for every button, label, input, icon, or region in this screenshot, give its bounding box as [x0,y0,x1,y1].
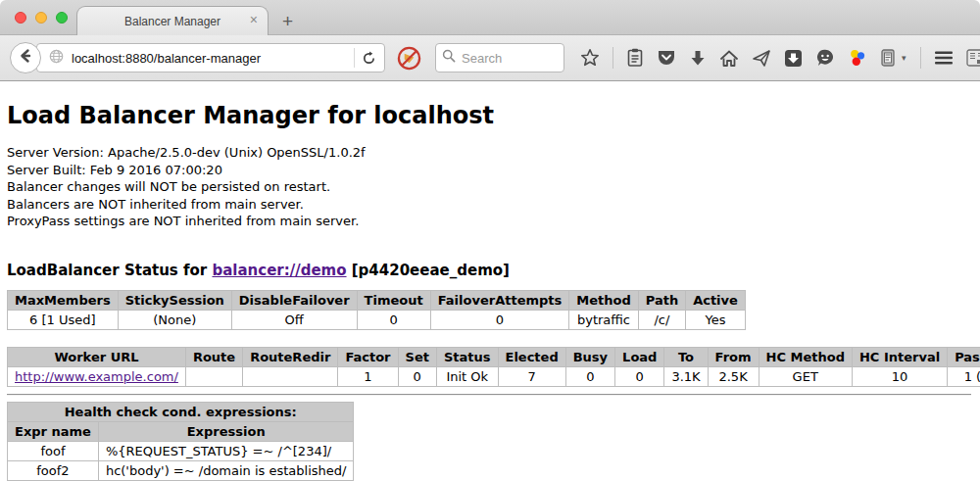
worker-url-link[interactable]: http://www.example.com/ [15,369,178,384]
persist-notice-line: Balancer changes will NOT be persisted o… [7,178,972,196]
cell-path: /c/ [638,310,685,329]
url-domain: localhost [72,51,122,66]
tab-bar: Balancer Manager × + [0,0,980,35]
navigation-toolbar: localhost:8880/balancer-manager [0,35,980,81]
search-input[interactable] [462,51,550,66]
cell-from: 2.5K [708,366,759,386]
back-arrow-icon [18,48,33,68]
col-factor: Factor [338,347,398,366]
server-built-line: Server Built: Feb 9 2016 07:00:20 [7,162,972,179]
hamburger-menu-icon[interactable] [934,47,954,69]
col-worker-url: Worker URL [8,347,186,366]
new-tab-button[interactable]: + [282,12,293,30]
col-from: From [708,347,759,366]
window-minimize-button[interactable] [35,12,47,24]
col-maxmembers: MaxMembers [8,290,119,310]
col-method: Method [569,290,638,310]
worker-status-table: Worker URL Route RouteRedir Factor Set S… [7,347,980,387]
urlbar-separator [354,48,355,68]
cell-timeout: 0 [357,310,430,329]
cell-to: 3.1K [664,366,708,386]
pocket-icon[interactable] [657,47,676,69]
tab-title: Balancer Manager [124,15,220,28]
col-load: Load [615,347,664,366]
health-table-title: Health check cond. expressions: [8,402,354,421]
window-controls [15,12,68,24]
cell-hc-method: GET [759,366,852,386]
reload-button[interactable] [362,51,384,66]
col-status: Status [436,347,498,366]
table-row: http://www.example.com/ 1 0 Init Ok 7 0 … [8,366,980,386]
col-expr-name: Expr name [8,421,99,441]
search-icon [442,49,456,67]
cell-stickysession: (None) [118,310,231,329]
col-active: Active [686,290,746,310]
toolbar-separator [612,47,613,69]
balancer-demo-link[interactable]: balancer://demo [212,262,346,279]
status-suffix: [p4420eeae_demo] [347,262,510,279]
page-title: Load Balancer Manager for localhost [7,81,972,129]
downloads-icon[interactable] [689,47,707,69]
back-button[interactable] [10,42,41,73]
cell-expr-name: foof2 [8,460,99,480]
browser-window: Balancer Manager × + localhost:8880/bala… [0,0,980,481]
chat-smiley-icon[interactable] [815,47,835,69]
col-path: Path [638,290,685,310]
col-passes: Passes [948,347,980,366]
col-failoverattempts: FailoverAttempts [430,290,569,310]
globe-icon [49,49,64,68]
cell-method: bytraffic [569,310,638,329]
table-row: 6 [1 Used] (None) Off 0 0 bytraffic /c/ … [8,310,746,329]
window-zoom-button[interactable] [56,12,68,24]
page-content: Load Balancer Manager for localhost Serv… [0,81,980,481]
tab-groups-icon[interactable] [966,47,980,69]
col-routeredir: RouteRedir [243,347,338,366]
url-bar[interactable]: localhost:8880/balancer-manager [36,43,385,72]
table-header-row: MaxMembers StickySession DisableFailover… [8,290,746,310]
overflow-caret-icon[interactable]: ▾ [902,53,906,63]
cell-failoverattempts: 0 [430,310,569,329]
table-header-row: Expr name Expression [8,421,354,441]
col-disablefailover: DisableFailover [231,290,357,310]
table-row: foof %{REQUEST_STATUS} =~ /^[234]/ [8,441,354,460]
cell-hc-interval: 10 [852,366,947,386]
section-divider [7,394,971,396]
url-text: localhost:8880/balancer-manager [72,51,261,66]
send-page-icon[interactable] [752,47,771,69]
cell-busy: 0 [565,366,614,386]
cell-expr-name: foof [8,441,99,460]
bookmark-star-icon[interactable] [580,47,600,69]
tab-balancer-manager[interactable]: Balancer Manager × [76,6,269,35]
search-bar[interactable] [435,43,564,72]
proxypass-notice-line: ProxyPass settings are NOT inherited fro… [7,213,972,230]
col-route: Route [185,347,242,366]
cell-active: Yes [686,310,746,329]
download-helper-balls-icon[interactable] [848,47,867,69]
cell-elected: 7 [498,366,565,386]
cell-routeredir [243,366,338,386]
balancer-status-heading: LoadBalancer Status for balancer://demo … [7,262,972,279]
server-info: Server Version: Apache/2.5.0-dev (Unix) … [7,144,972,230]
window-close-button[interactable] [15,12,26,24]
cell-worker-url: http://www.example.com/ [8,366,186,386]
col-hc-method: HC Method [759,347,852,366]
table-header-row: Worker URL Route RouteRedir Factor Set S… [8,347,980,366]
home-icon[interactable] [719,47,739,69]
clipboard-manager-icon[interactable] [880,47,896,69]
cell-route [185,366,242,386]
tab-close-icon[interactable]: × [250,13,258,26]
video-download-icon[interactable] [784,47,803,69]
reading-list-icon[interactable] [626,47,644,69]
table-row: foof2 hc('body') =~ /domain is establish… [8,460,354,480]
plugin-blocked-icon[interactable] [397,46,421,71]
col-hc-interval: HC Interval [852,347,947,366]
col-stickysession: StickySession [118,290,231,310]
health-check-table: Health check cond. expressions: Expr nam… [7,402,354,481]
cell-set: 0 [398,366,436,386]
col-to: To [664,347,708,366]
url-path: :8880/balancer-manager [122,51,261,66]
cell-load: 0 [615,366,664,386]
col-set: Set [398,347,436,366]
cell-expression: hc('body') =~ /domain is established/ [98,460,354,480]
cell-status: Init Ok [436,366,498,386]
